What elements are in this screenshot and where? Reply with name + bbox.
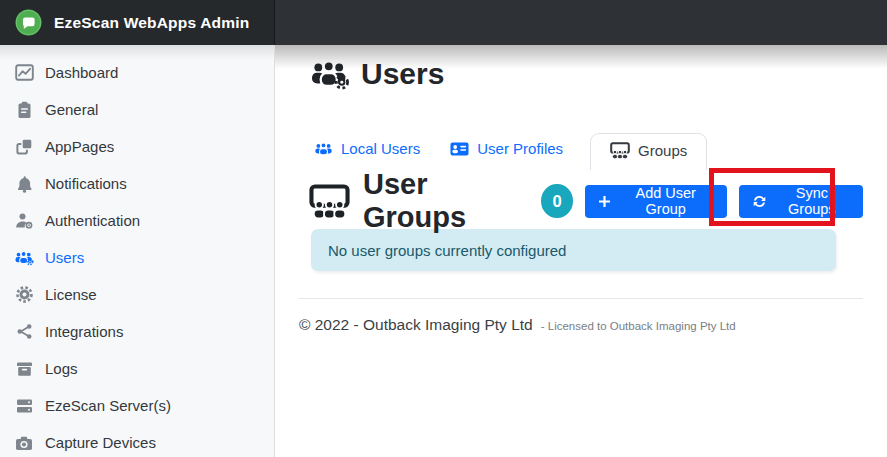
info-alert: No user groups currently configured	[311, 229, 836, 271]
button-label: Sync Groups	[774, 185, 850, 217]
users-tabs: Local Users User Profiles	[299, 133, 863, 170]
chart-line-icon	[14, 63, 34, 82]
sidebar-item-label: Users	[45, 249, 84, 266]
server-icon	[14, 396, 34, 415]
sidebar-item-logs[interactable]: Logs	[0, 350, 274, 387]
main-content: Users Local Users	[275, 45, 887, 457]
sidebar-item-label: AppPages	[45, 138, 114, 155]
sidebar-item-label: Dashboard	[45, 64, 118, 81]
brand-title: EzeScan WebApps Admin	[54, 14, 249, 32]
user-groups-header: User Groups 0 Add User Group Sync Gr	[309, 181, 863, 221]
button-label: Add User Group	[618, 185, 714, 217]
tab-groups[interactable]: Groups	[590, 133, 707, 170]
camera-icon	[14, 433, 34, 452]
users-gear-icon	[309, 59, 350, 90]
sidebar-item-label: Integrations	[45, 323, 123, 340]
page-header: Users	[309, 53, 863, 95]
sync-groups-button[interactable]: Sync Groups	[739, 185, 863, 218]
sidebar-item-notifications[interactable]: Notifications	[0, 165, 274, 202]
sidebar-item-label: Authentication	[45, 212, 140, 229]
sidebar-item-apppages[interactable]: AppPages	[0, 128, 274, 165]
tab-label: Groups	[638, 142, 687, 159]
copyright-text: © 2022 - Outback Imaging Pty Ltd	[299, 316, 533, 334]
tab-label: Local Users	[341, 140, 420, 157]
sidebar-item-ezescan-servers[interactable]: EzeScan Server(s)	[0, 387, 274, 424]
sidebar-nav: Dashboard General	[0, 45, 274, 457]
ezescan-logo-icon	[15, 9, 42, 36]
bell-icon	[14, 174, 34, 193]
sidebar-item-dashboard[interactable]: Dashboard	[0, 54, 274, 91]
plus-icon	[598, 195, 611, 208]
sidebar-item-label: Capture Devices	[45, 434, 156, 451]
sidebar-item-label: Logs	[45, 360, 78, 377]
sidebar-item-label: EzeScan Server(s)	[45, 397, 171, 414]
sidebar-item-label: License	[45, 286, 97, 303]
sidebar-item-license[interactable]: License	[0, 276, 274, 313]
users-icon	[314, 142, 333, 156]
users-gear-icon	[14, 248, 34, 267]
gear-icon	[14, 285, 34, 304]
navbar-brand[interactable]: EzeScan WebApps Admin	[0, 0, 275, 45]
screen-users-icon	[309, 184, 350, 219]
license-note-text: - Licensed to Outback Imaging Pty Ltd	[541, 320, 736, 332]
address-card-icon	[450, 142, 469, 156]
sidebar-item-general[interactable]: General	[0, 91, 274, 128]
box-archive-icon	[14, 359, 34, 378]
share-nodes-icon	[14, 322, 34, 341]
sidebar-item-integrations[interactable]: Integrations	[0, 313, 274, 350]
sidebar-item-label: General	[45, 101, 98, 118]
sidebar-item-capture-devices[interactable]: Capture Devices	[0, 424, 274, 457]
top-navbar: EzeScan WebApps Admin	[0, 0, 887, 45]
section-title: User Groups	[363, 168, 526, 234]
clone-icon	[14, 137, 34, 156]
clipboard-icon	[14, 100, 34, 119]
navbar-background	[275, 0, 887, 45]
alert-text: No user groups currently configured	[328, 242, 566, 259]
group-count-badge: 0	[541, 184, 573, 218]
tab-user-profiles[interactable]: User Profiles	[435, 133, 578, 164]
sidebar-item-users[interactable]: Users	[0, 239, 274, 276]
sync-icon	[752, 194, 767, 209]
sidebar-item-label: Notifications	[45, 175, 127, 192]
footer: © 2022 - Outback Imaging Pty Ltd - Licen…	[299, 298, 863, 334]
sidebar: Dashboard General	[0, 45, 275, 457]
tab-local-users[interactable]: Local Users	[299, 133, 435, 164]
tab-label: User Profiles	[477, 140, 563, 157]
screen-users-icon	[610, 142, 630, 159]
user-badge-icon	[14, 211, 34, 230]
sidebar-item-authentication[interactable]: Authentication	[0, 202, 274, 239]
add-user-group-button[interactable]: Add User Group	[585, 185, 727, 218]
page-title: Users	[361, 57, 444, 91]
